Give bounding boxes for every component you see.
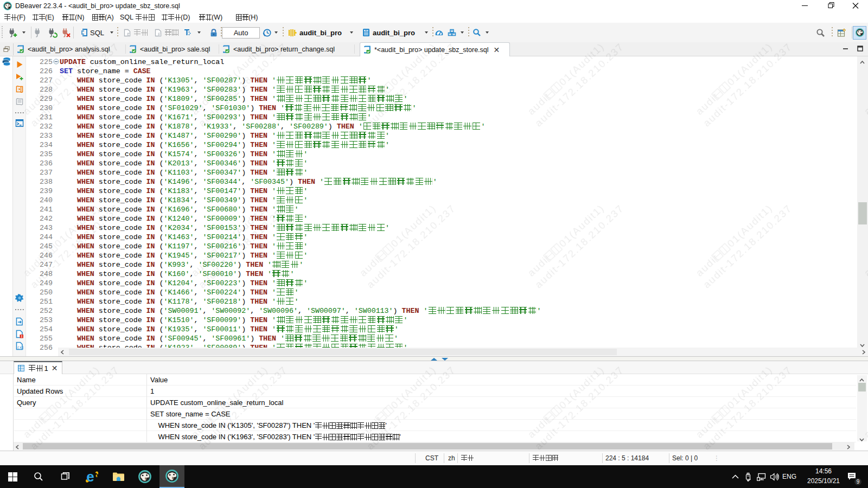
svg-text:(x): (x) xyxy=(17,345,23,350)
